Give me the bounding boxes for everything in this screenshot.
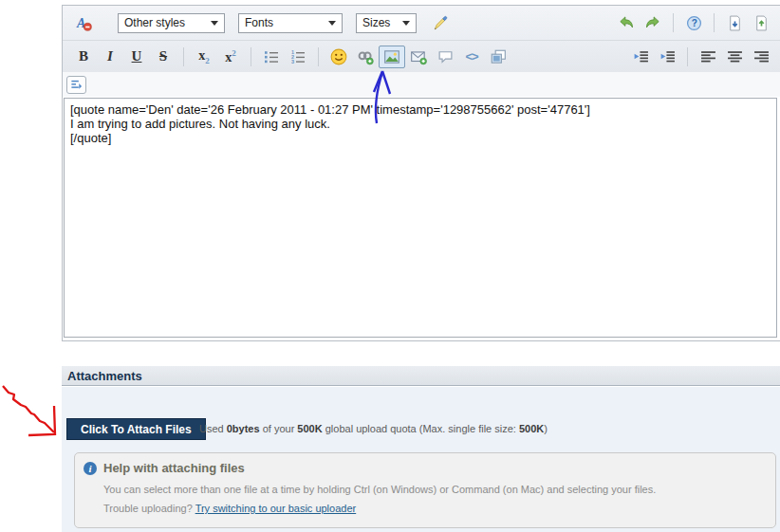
email-glyph xyxy=(410,48,427,65)
redo-glyph xyxy=(644,14,661,31)
toggle-source-icon[interactable] xyxy=(66,76,86,94)
toolbar-separator xyxy=(318,47,319,66)
size-select-value: Sizes xyxy=(362,16,395,29)
italic-button[interactable]: I xyxy=(97,46,123,68)
svg-text:3: 3 xyxy=(291,58,294,64)
numbered-list-glyph: 1 2 3 xyxy=(290,49,306,64)
basic-uploader-link[interactable]: Try switching to our basic uploader xyxy=(195,503,357,514)
underline-button[interactable]: U xyxy=(123,46,150,68)
toolbar-separator xyxy=(714,13,715,32)
help-icon[interactable]: ? xyxy=(680,11,707,34)
style-select[interactable]: Other styles xyxy=(118,13,225,33)
attach-files-button[interactable]: Click To Attach Files xyxy=(66,418,206,440)
svg-text:?: ? xyxy=(691,18,696,28)
quote-glyph xyxy=(437,48,454,64)
emoticon-icon[interactable] xyxy=(325,46,352,68)
align-left-icon[interactable] xyxy=(695,46,721,68)
emoticon-glyph xyxy=(330,48,347,65)
strikethrough-label: S xyxy=(159,48,167,64)
strikethrough-button[interactable]: S xyxy=(150,46,176,68)
editor-toolbar: A Other styles Fonts Sizes xyxy=(63,6,780,72)
help-glyph: ? xyxy=(686,15,702,31)
attachments-section: Click To Attach Files Used 0bytes of you… xyxy=(62,387,780,532)
size-select[interactable]: Sizes xyxy=(356,13,417,33)
email-icon[interactable] xyxy=(405,46,432,68)
chevron-down-icon xyxy=(328,21,336,26)
toolbar-row1-right: ? xyxy=(613,11,774,34)
image-icon[interactable] xyxy=(379,46,405,68)
toolbar-separator xyxy=(687,47,688,66)
textarea-line: [/quote] xyxy=(70,131,771,145)
align-right-glyph xyxy=(753,48,770,64)
outdent-glyph xyxy=(633,48,649,64)
code-icon[interactable]: <> xyxy=(458,46,485,68)
font-select-value: Fonts xyxy=(245,16,321,29)
remove-format-glyph: A xyxy=(76,15,92,31)
attachments-header: Attachments xyxy=(62,366,780,386)
post-edit-page: A Other styles Fonts Sizes xyxy=(0,0,780,532)
media-icon[interactable] xyxy=(485,46,511,68)
chevron-down-icon xyxy=(402,21,410,26)
quote-icon[interactable] xyxy=(432,46,458,68)
help-title: Help with attaching files xyxy=(103,461,245,475)
link-glyph xyxy=(357,48,374,65)
toolbar-row2-right xyxy=(627,46,774,68)
toolbar-row-2: B I U S x2 x2 xyxy=(63,40,780,72)
post-editor-panel: A Other styles Fonts Sizes xyxy=(62,5,780,341)
quota-max-file-value: 500K xyxy=(519,423,544,434)
numbered-list-icon[interactable]: 1 2 3 xyxy=(285,46,311,68)
superscript-label: x2 xyxy=(225,48,236,65)
indent-glyph xyxy=(659,48,676,64)
red-arrow-annotation xyxy=(3,386,55,435)
outdent-icon[interactable] xyxy=(627,46,654,68)
code-label: <> xyxy=(465,49,477,64)
load-draft-icon[interactable] xyxy=(748,11,774,34)
quota-total-value: 500K xyxy=(297,423,322,434)
toggle-source-glyph xyxy=(70,79,83,91)
quota-used-value: 0bytes xyxy=(227,423,260,434)
subscript-button[interactable]: x2 xyxy=(191,46,217,68)
align-right-icon[interactable] xyxy=(748,46,774,68)
save-draft-icon[interactable] xyxy=(721,11,748,34)
align-center-glyph xyxy=(727,48,743,64)
media-glyph xyxy=(490,48,507,65)
chevron-down-icon xyxy=(211,21,218,26)
textarea-line: [quote name='Den' date='26 February 2011… xyxy=(70,102,771,117)
highlighter-icon[interactable] xyxy=(426,11,453,34)
toolbar-separator xyxy=(183,47,184,66)
textarea-line: I am trying to add pictures. Not having … xyxy=(70,117,771,131)
image-glyph xyxy=(383,48,400,65)
redo-icon[interactable] xyxy=(640,11,666,34)
bullet-list-glyph xyxy=(264,49,279,64)
undo-icon[interactable] xyxy=(613,11,640,34)
indent-icon[interactable] xyxy=(654,46,680,68)
post-textarea[interactable]: [quote name='Den' date='26 February 2011… xyxy=(64,98,777,338)
bullet-list-icon[interactable] xyxy=(258,46,285,68)
remove-format-icon[interactable]: A xyxy=(70,11,97,34)
superscript-button[interactable]: x2 xyxy=(217,46,244,68)
info-icon: i xyxy=(84,462,97,475)
help-line1: You can select more than one file at a t… xyxy=(103,484,656,495)
help-line2: Trouble uploading? Try switching to our … xyxy=(103,503,356,514)
upload-quota-text: Used 0bytes of your 500K global upload q… xyxy=(199,423,548,434)
align-center-icon[interactable] xyxy=(721,46,748,68)
editor-mode-strip xyxy=(63,72,780,97)
help-box: i Help with attaching files You can sele… xyxy=(74,452,776,528)
align-left-glyph xyxy=(700,48,716,64)
load-draft-glyph xyxy=(753,15,770,31)
bold-button[interactable]: B xyxy=(70,46,97,68)
save-draft-glyph xyxy=(727,15,743,31)
toolbar-separator xyxy=(251,47,251,66)
attachments-header-label: Attachments xyxy=(67,369,142,383)
italic-label: I xyxy=(107,48,113,64)
subscript-label: x2 xyxy=(198,48,210,65)
help-line2-prefix: Trouble uploading? xyxy=(103,503,195,514)
link-icon[interactable] xyxy=(352,46,379,68)
toolbar-row-1: A Other styles Fonts Sizes xyxy=(63,6,780,40)
style-select-value: Other styles xyxy=(124,16,203,29)
font-select[interactable]: Fonts xyxy=(238,13,343,33)
undo-glyph xyxy=(618,14,635,31)
underline-label: U xyxy=(132,48,142,64)
toolbar-separator xyxy=(673,13,674,32)
highlighter-glyph xyxy=(432,15,448,31)
